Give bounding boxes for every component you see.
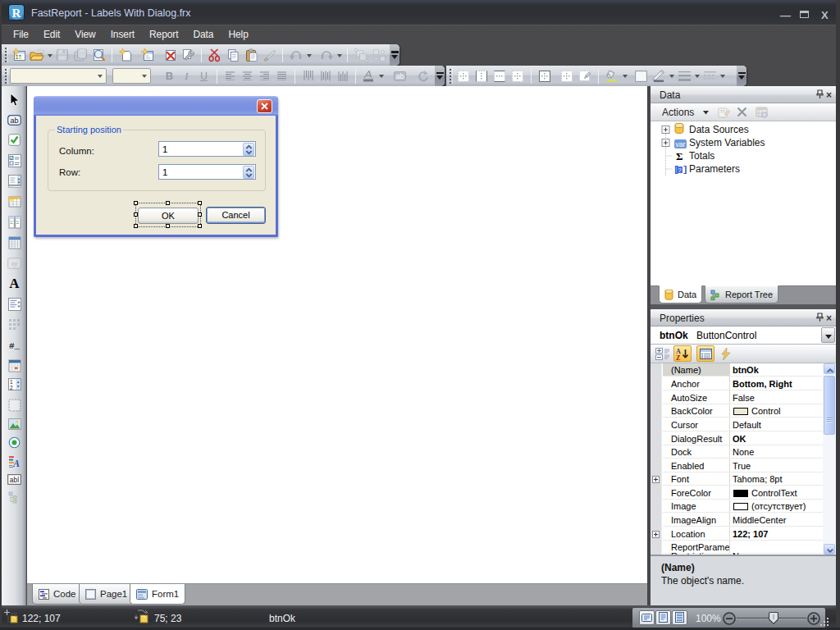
svg-text:ab: ab	[395, 72, 404, 80]
svg-text:?: ?	[678, 167, 681, 174]
svg-text:System Variables: System Variables	[689, 137, 765, 148]
svg-text:ab: ab	[10, 116, 18, 125]
svg-text:abl: abl	[10, 476, 19, 484]
svg-text:R: R	[12, 7, 21, 20]
svg-text:A: A	[12, 458, 20, 468]
svg-text:Totals: Totals	[689, 150, 714, 162]
svg-text:]: ]	[682, 165, 688, 175]
svg-text:2: 2	[10, 385, 13, 390]
svg-text:Parameters: Parameters	[689, 163, 740, 175]
svg-text:Σ: Σ	[676, 150, 683, 162]
svg-text:#_: #_	[9, 341, 21, 350]
svg-text:Z: Z	[676, 354, 680, 361]
svg-text:xy: xy	[11, 259, 18, 267]
svg-text:var: var	[676, 140, 686, 148]
svg-text:Data Sources: Data Sources	[689, 124, 749, 135]
